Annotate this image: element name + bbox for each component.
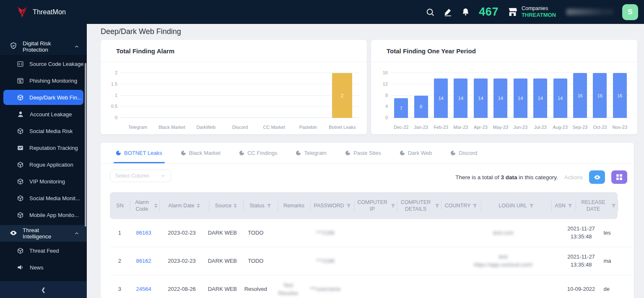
chart-card-1: Total Finding Alarm00.511.522TelegramBla… — [101, 40, 367, 134]
sidebar-item-news[interactable]: News — [0, 259, 87, 276]
bar-value-label: 16 — [597, 93, 602, 98]
sidebar-item-social-media-risk[interactable]: Social Media Risk — [0, 123, 87, 139]
store-icon — [507, 7, 518, 17]
pie-chart-icon — [116, 151, 121, 155]
bar-apr-23: 14 — [474, 78, 488, 118]
bar-value-label: 16 — [577, 93, 582, 98]
tab-dark-web[interactable]: Dark Web — [400, 143, 432, 163]
bar-value-label: 14 — [498, 96, 503, 101]
cube-icon — [17, 161, 24, 168]
bar-may-23: 14 — [493, 78, 507, 118]
sidebar-item-reputation-tracking[interactable]: Reputation Tracking — [0, 139, 87, 156]
bar-value-label: 2 — [341, 93, 343, 98]
bar-sep-23: 16 — [573, 73, 587, 118]
filter-icon[interactable] — [611, 204, 616, 208]
sidebar-item-phishing-monitoring[interactable]: Phishing Monitoring — [0, 72, 87, 89]
alarm-code-link[interactable]: 24564 — [130, 285, 158, 293]
column-header-alarm-code: Alarm Code — [130, 192, 159, 219]
bar-aug-23: 14 — [553, 78, 567, 118]
table-cell: ***username — [304, 285, 347, 293]
chart-title: Total Finding One Year Period — [371, 40, 637, 62]
filter-icon[interactable] — [267, 204, 271, 208]
table-cell: de — [601, 285, 634, 293]
bar-nov-23: 16 — [613, 73, 627, 118]
column-label: Remarks — [283, 202, 304, 209]
bar-value-label: 16 — [617, 93, 622, 98]
bar-slot: 8 — [411, 73, 431, 118]
bell-icon[interactable] — [461, 8, 470, 16]
edit-icon[interactable] — [444, 8, 452, 16]
view-toggle-button[interactable] — [589, 170, 605, 184]
user-avatar[interactable]: S — [622, 4, 638, 20]
sidebar-collapse-button[interactable]: ❮ — [0, 281, 87, 298]
table-cell: test https://app.xxcloud.com/ — [469, 253, 537, 269]
sidebar-section-label: Digital Risk Protection — [23, 40, 63, 53]
sidebar-item-label: Account Leakage — [30, 111, 72, 118]
bar-slot — [155, 73, 189, 118]
column-header-login-url: LOGIN URL — [481, 192, 551, 219]
tab-discord[interactable]: Discord — [451, 143, 477, 163]
sort-icon[interactable] — [197, 204, 200, 208]
pie-chart-icon — [296, 151, 301, 155]
company-name: THREATMON — [522, 12, 556, 18]
tab-paste-sites[interactable]: Paste Sites — [345, 143, 381, 163]
tab-botnet-leaks[interactable]: BOTNET Leaks — [116, 143, 162, 163]
column-header-alarm-date: Alarm Date — [159, 192, 209, 219]
filter-icon[interactable] — [391, 204, 395, 208]
sidebar-item-threat-feed[interactable]: Threat Feed — [0, 242, 87, 259]
alarm-code-link[interactable]: 86162 — [130, 257, 158, 265]
filter-icon[interactable] — [473, 204, 477, 208]
bar-slot: 7 — [391, 73, 411, 118]
x-tick-label: Telegram — [121, 125, 155, 130]
sidebar-item-label: VIP Monitoring — [29, 178, 65, 185]
sidebar-item-account-leakage[interactable]: Account Leakage — [0, 106, 87, 123]
sidebar-section-digital-risk-protection[interactable]: Digital Risk Protection — [0, 38, 87, 55]
bar-slot: 14 — [431, 73, 451, 118]
filter-icon[interactable] — [346, 204, 351, 208]
tab-label: Paste Sites — [353, 150, 381, 156]
tab-black-market[interactable]: Black Market — [181, 143, 221, 163]
companies-switcher[interactable]: Companies THREATMON — [507, 5, 556, 18]
sidebar-item-rogue-application[interactable]: Rogue Application — [0, 156, 87, 173]
table-cell: ma — [601, 257, 634, 265]
sort-icon[interactable] — [154, 204, 158, 208]
sidebar-item-label: Source Code Leakage — [29, 61, 83, 67]
column-header-computer-details: COMPUTER DETAILS — [397, 192, 441, 219]
sidebar-section-threat-intelligence[interactable]: Threat Intelligence — [0, 225, 87, 242]
sidebar-item-source-code-leakage[interactable]: Source Code Leakage — [0, 55, 87, 72]
sidebar-item-deep-dark-web-fin[interactable]: Deep/Dark Web Fin... — [3, 90, 83, 105]
filter-icon[interactable] — [435, 204, 439, 208]
table-cell: 10-09-2022 — [561, 285, 602, 293]
filter-icon[interactable] — [568, 204, 572, 208]
chart-title: Total Finding Alarm — [101, 40, 367, 62]
collapse-chevron-icon: ❮ — [41, 287, 46, 293]
layout-grid-button[interactable] — [611, 170, 627, 184]
sidebar-item-social-media-monit[interactable]: Social Media Monit... — [0, 190, 87, 207]
sidebar-scrollbar[interactable] — [85, 63, 86, 227]
table-cell: 2021-11-27 13:35:48 — [561, 225, 602, 241]
sidebar-item-vip-monitoring[interactable]: VIP Monitoring — [0, 173, 87, 190]
y-tick-label: 2 — [104, 70, 117, 75]
column-header-sn: SN — [110, 192, 130, 219]
column-header-remarks: Remarks — [278, 192, 310, 219]
tab-cc-findings[interactable]: CC Findings — [239, 143, 278, 163]
column-label: Alarm Date — [168, 202, 195, 209]
sidebar-item-mobile-app-monito[interactable]: Mobile App Monito... — [0, 207, 87, 223]
sidebar-item-label: Threat Feed — [29, 248, 59, 254]
select-column-dropdown[interactable]: Select Column — [110, 170, 171, 182]
table-cell: tes — [601, 229, 634, 237]
x-axis-labels: TelegramBlack MarketDarkWebDiscordCC Mar… — [121, 125, 359, 130]
filter-icon[interactable] — [529, 204, 534, 208]
tab-telegram[interactable]: Telegram — [296, 143, 326, 163]
x-tick-label: Dec-22 — [391, 125, 411, 130]
alarm-code-link[interactable]: 86163 — [130, 229, 158, 237]
page-title: Deep/Dark Web Finding — [101, 27, 181, 36]
search-icon[interactable] — [426, 8, 435, 17]
bar-slot — [121, 73, 155, 118]
chart-area: 00.511.522TelegramBlack MarketDarkWebDis… — [101, 62, 367, 134]
sidebar-section-label: Threat Intelligence — [23, 227, 69, 240]
sort-icon[interactable] — [234, 204, 237, 208]
column-header-status: Status — [243, 192, 278, 219]
table-cell: TODO — [239, 229, 272, 237]
code-icon — [17, 60, 24, 68]
